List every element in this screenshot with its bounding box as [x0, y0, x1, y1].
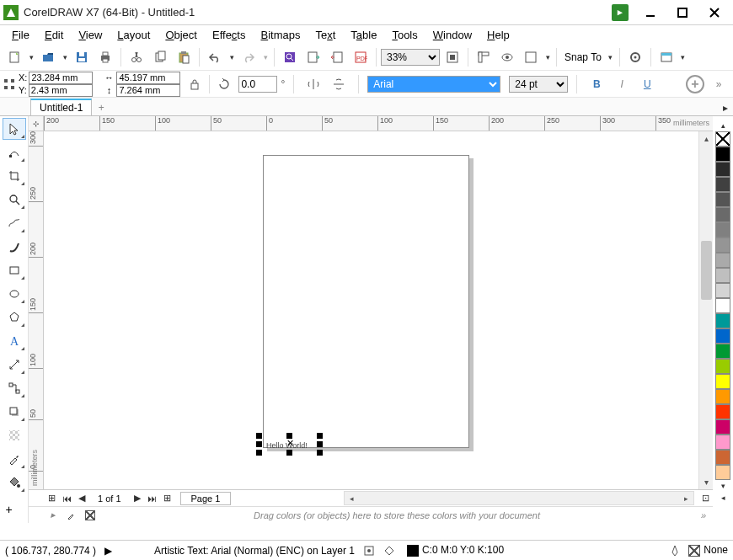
color-swatch[interactable]: [715, 283, 730, 298]
palette-scroll-up[interactable]: ▴: [721, 120, 725, 131]
color-swatch[interactable]: [715, 328, 730, 344]
artistic-media-tool[interactable]: [3, 236, 26, 258]
document-tab[interactable]: Untitled-1: [30, 99, 92, 115]
shape-tool[interactable]: [3, 141, 26, 163]
menu-effects[interactable]: Effects: [206, 27, 253, 43]
text-tool[interactable]: A: [3, 330, 26, 352]
maximize-button[interactable]: [667, 3, 698, 23]
zoom-tool[interactable]: [3, 189, 26, 211]
show-guidelines-button[interactable]: [520, 46, 542, 68]
color-swatch[interactable]: [715, 344, 730, 359]
menu-layout[interactable]: Layout: [110, 27, 157, 43]
status-next-icon[interactable]: ▶: [104, 545, 112, 557]
next-page-button[interactable]: ▶: [130, 491, 145, 506]
selection-handle[interactable]: [317, 433, 323, 439]
publish-pdf-button[interactable]: PDF: [350, 46, 372, 68]
mirror-h-button[interactable]: [302, 73, 324, 95]
add-page-before-button[interactable]: ⊞: [44, 491, 59, 506]
overflow-button[interactable]: »: [708, 73, 730, 95]
menu-help[interactable]: Help: [480, 27, 516, 43]
y-input[interactable]: [29, 84, 93, 97]
drop-shadow-tool[interactable]: [3, 401, 26, 423]
scroll-down-icon[interactable]: ▾: [699, 475, 713, 489]
color-swatch[interactable]: [715, 419, 730, 435]
color-swatch[interactable]: [715, 435, 730, 450]
color-swatch[interactable]: [715, 313, 730, 328]
parallel-dimension-tool[interactable]: [3, 354, 26, 376]
import-button[interactable]: [302, 46, 324, 68]
save-button[interactable]: [71, 46, 93, 68]
search-content-button[interactable]: [279, 46, 301, 68]
bold-button[interactable]: B: [586, 73, 607, 95]
selection-handle[interactable]: [317, 441, 323, 447]
navigator-button[interactable]: ⊡: [698, 491, 713, 506]
copy-button[interactable]: [149, 46, 171, 68]
quick-customize-button[interactable]: +: [3, 500, 26, 522]
color-swatch[interactable]: [715, 298, 730, 313]
snap-to-dropdown[interactable]: ▾: [607, 53, 615, 61]
height-input[interactable]: [116, 84, 180, 97]
color-swatch[interactable]: [715, 192, 730, 207]
freehand-tool[interactable]: [3, 212, 26, 234]
color-swatch[interactable]: [715, 177, 730, 192]
close-button[interactable]: [699, 3, 730, 23]
first-page-button[interactable]: ⏮: [59, 491, 74, 506]
eyedropper-icon[interactable]: [64, 509, 79, 522]
menu-window[interactable]: Window: [426, 27, 479, 43]
new-button[interactable]: [3, 46, 25, 68]
redo-dropdown[interactable]: ▾: [261, 53, 270, 61]
menu-object[interactable]: Object: [158, 27, 204, 43]
last-page-button[interactable]: ⏭: [145, 491, 160, 506]
export-button[interactable]: [326, 46, 348, 68]
ruler-origin[interactable]: ⊹: [29, 116, 44, 131]
underline-button[interactable]: U: [636, 73, 658, 95]
status-icon-2[interactable]: [383, 545, 395, 557]
color-swatch[interactable]: [715, 162, 730, 177]
outline-color[interactable]: C:0 M:0 Y:0 K:100: [404, 544, 504, 557]
italic-button[interactable]: I: [611, 73, 633, 95]
welcome-icon[interactable]: ▸: [612, 4, 629, 21]
vertical-ruler[interactable]: 300 250 200 150 100 50 0 millimeters: [29, 131, 44, 489]
color-swatch[interactable]: [715, 389, 730, 404]
menu-table[interactable]: Table: [344, 27, 383, 43]
paste-button[interactable]: [173, 46, 195, 68]
menu-file[interactable]: File: [5, 27, 36, 43]
redo-button[interactable]: [238, 46, 259, 68]
palette-overflow-icon[interactable]: »: [696, 509, 711, 522]
undo-button[interactable]: [204, 46, 226, 68]
ellipse-tool[interactable]: [3, 283, 26, 305]
menu-edit[interactable]: Edit: [38, 27, 70, 43]
full-screen-button[interactable]: [441, 46, 463, 68]
horizontal-scrollbar[interactable]: ◂ ▸: [344, 491, 694, 505]
selection-handle[interactable]: [256, 450, 262, 456]
color-swatch[interactable]: [715, 465, 730, 480]
open-button[interactable]: [37, 46, 59, 68]
menu-bitmaps[interactable]: Bitmaps: [254, 27, 307, 43]
menu-tools[interactable]: Tools: [385, 27, 424, 43]
eyedropper-tool[interactable]: [3, 448, 26, 470]
color-swatch[interactable]: [715, 237, 730, 253]
color-swatch[interactable]: [715, 450, 730, 465]
color-swatch[interactable]: [715, 359, 730, 374]
interactive-fill-tool[interactable]: [3, 472, 26, 493]
new-dropdown[interactable]: ▾: [27, 53, 35, 61]
color-swatch[interactable]: [715, 374, 730, 389]
no-color-icon[interactable]: [83, 509, 98, 522]
show-dropdown[interactable]: ▾: [543, 53, 552, 61]
scroll-up-icon[interactable]: ▴: [699, 131, 713, 146]
snap-to-label[interactable]: Snap To: [561, 51, 605, 63]
status-icon-1[interactable]: [363, 545, 375, 557]
crop-tool[interactable]: [3, 165, 26, 187]
selection-center[interactable]: ✕: [286, 440, 294, 447]
palette-expand[interactable]: ◂: [721, 492, 725, 504]
add-property-button[interactable]: +: [686, 75, 704, 93]
width-input[interactable]: [116, 72, 180, 84]
rotation-input[interactable]: [238, 76, 277, 93]
undo-dropdown[interactable]: ▾: [227, 53, 236, 61]
scroll-left-icon[interactable]: ◂: [345, 492, 359, 504]
font-size-select[interactable]: 24 pt: [509, 76, 568, 93]
color-swatch[interactable]: [715, 253, 730, 268]
transparency-tool[interactable]: [3, 424, 26, 446]
tabstrip-arrow[interactable]: ▸: [718, 100, 733, 115]
color-swatch[interactable]: [715, 147, 730, 162]
